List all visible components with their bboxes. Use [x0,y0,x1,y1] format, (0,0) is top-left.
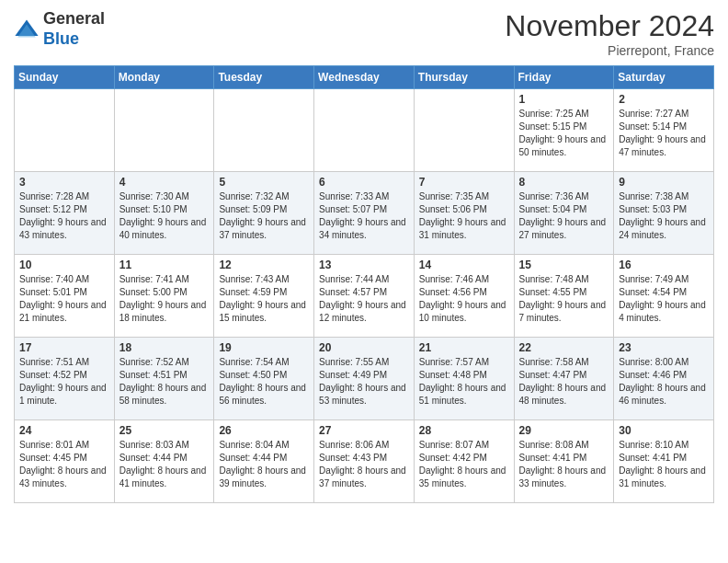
day-info: Sunrise: 8:03 AM Sunset: 4:44 PM Dayligh… [119,439,210,490]
day-number: 23 [619,341,709,354]
calendar-cell: 28Sunrise: 8:07 AM Sunset: 4:42 PM Dayli… [414,420,514,503]
day-number: 15 [519,259,609,271]
col-monday: Monday [114,66,214,89]
title-block: November 2024 Pierrepont, France [505,9,714,58]
col-saturday: Saturday [614,66,714,89]
calendar-cell: 15Sunrise: 7:48 AM Sunset: 4:55 PM Dayli… [514,255,614,338]
day-info: Sunrise: 7:57 AM Sunset: 4:48 PM Dayligh… [419,356,509,408]
day-info: Sunrise: 8:10 AM Sunset: 4:41 PM Dayligh… [619,439,709,490]
calendar-cell: 11Sunrise: 7:41 AM Sunset: 5:00 PM Dayli… [114,255,214,338]
day-info: Sunrise: 8:06 AM Sunset: 4:43 PM Dayligh… [319,439,409,490]
day-info: Sunrise: 7:30 AM Sunset: 5:10 PM Dayligh… [119,190,210,242]
calendar-cell: 29Sunrise: 8:08 AM Sunset: 4:41 PM Dayli… [514,420,614,503]
day-number: 24 [19,424,109,437]
calendar-cell: 10Sunrise: 7:40 AM Sunset: 5:01 PM Dayli… [15,255,115,338]
day-number: 3 [19,176,109,189]
day-info: Sunrise: 7:48 AM Sunset: 4:55 PM Dayligh… [519,273,609,325]
calendar-cell: 16Sunrise: 7:49 AM Sunset: 4:54 PM Dayli… [614,255,714,338]
calendar-cell: 22Sunrise: 7:58 AM Sunset: 4:47 PM Dayli… [514,338,614,420]
calendar-cell: 23Sunrise: 8:00 AM Sunset: 4:46 PM Dayli… [614,338,714,420]
calendar-cell: 14Sunrise: 7:46 AM Sunset: 4:56 PM Dayli… [414,255,514,338]
calendar-cell: 30Sunrise: 8:10 AM Sunset: 4:41 PM Dayli… [614,420,714,503]
day-number: 9 [619,176,709,189]
day-number: 13 [319,259,409,271]
day-info: Sunrise: 7:44 AM Sunset: 4:57 PM Dayligh… [319,273,409,325]
logo-text: General Blue [43,9,105,49]
col-tuesday: Tuesday [214,66,314,89]
day-info: Sunrise: 7:51 AM Sunset: 4:52 PM Dayligh… [19,356,109,408]
calendar-cell [15,89,115,172]
day-number: 19 [219,341,309,354]
calendar-cell: 9Sunrise: 7:38 AM Sunset: 5:03 PM Daylig… [614,172,714,255]
calendar-cell [214,89,314,172]
day-number: 27 [319,424,409,437]
calendar-cell: 26Sunrise: 8:04 AM Sunset: 4:44 PM Dayli… [214,420,314,503]
calendar-cell: 18Sunrise: 7:52 AM Sunset: 4:51 PM Dayli… [114,338,214,420]
day-info: Sunrise: 7:28 AM Sunset: 5:12 PM Dayligh… [19,190,109,242]
day-info: Sunrise: 7:38 AM Sunset: 5:03 PM Dayligh… [619,190,709,242]
col-sunday: Sunday [15,66,115,89]
day-number: 16 [619,259,709,271]
logo-blue-text: Blue [43,29,79,48]
day-number: 7 [419,176,509,189]
calendar-cell: 20Sunrise: 7:55 AM Sunset: 4:49 PM Dayli… [314,338,415,420]
calendar-cell: 13Sunrise: 7:44 AM Sunset: 4:57 PM Dayli… [314,255,415,338]
day-info: Sunrise: 8:08 AM Sunset: 4:41 PM Dayligh… [519,439,609,490]
calendar-cell [414,89,514,172]
calendar-week-row: 3Sunrise: 7:28 AM Sunset: 5:12 PM Daylig… [15,172,714,255]
calendar-cell: 7Sunrise: 7:35 AM Sunset: 5:06 PM Daylig… [414,172,514,255]
calendar-cell: 21Sunrise: 7:57 AM Sunset: 4:48 PM Dayli… [414,338,514,420]
calendar-cell: 5Sunrise: 7:32 AM Sunset: 5:09 PM Daylig… [214,172,314,255]
day-number: 12 [219,259,309,271]
calendar-cell: 25Sunrise: 8:03 AM Sunset: 4:44 PM Dayli… [114,420,214,503]
col-friday: Friday [514,66,614,89]
day-number: 6 [319,176,409,189]
day-number: 25 [119,424,210,437]
day-info: Sunrise: 7:46 AM Sunset: 4:56 PM Dayligh… [419,273,509,325]
calendar-header: Sunday Monday Tuesday Wednesday Thursday… [15,66,714,89]
calendar-cell [114,89,214,172]
day-info: Sunrise: 8:00 AM Sunset: 4:46 PM Dayligh… [619,356,709,408]
header-row: Sunday Monday Tuesday Wednesday Thursday… [15,66,714,89]
day-number: 14 [419,259,509,271]
calendar-week-row: 24Sunrise: 8:01 AM Sunset: 4:45 PM Dayli… [15,420,714,503]
day-number: 1 [519,93,609,106]
day-number: 2 [619,93,709,106]
day-number: 28 [419,424,509,437]
calendar-cell: 24Sunrise: 8:01 AM Sunset: 4:45 PM Dayli… [15,420,115,503]
header: General Blue November 2024 Pierrepont, F… [14,9,714,58]
calendar-cell: 6Sunrise: 7:33 AM Sunset: 5:07 PM Daylig… [314,172,415,255]
logo-general-text: General [43,9,105,28]
day-info: Sunrise: 7:49 AM Sunset: 4:54 PM Dayligh… [619,273,709,325]
day-number: 4 [119,176,210,189]
day-number: 21 [419,341,509,354]
calendar-cell: 27Sunrise: 8:06 AM Sunset: 4:43 PM Dayli… [314,420,415,503]
day-info: Sunrise: 7:58 AM Sunset: 4:47 PM Dayligh… [519,356,609,408]
calendar-cell [314,89,415,172]
day-number: 22 [519,341,609,354]
logo: General Blue [14,9,105,49]
calendar-cell: 2Sunrise: 7:27 AM Sunset: 5:14 PM Daylig… [614,89,714,172]
calendar-week-row: 10Sunrise: 7:40 AM Sunset: 5:01 PM Dayli… [15,255,714,338]
calendar-cell: 12Sunrise: 7:43 AM Sunset: 4:59 PM Dayli… [214,255,314,338]
day-info: Sunrise: 7:55 AM Sunset: 4:49 PM Dayligh… [319,356,409,408]
calendar-table: Sunday Monday Tuesday Wednesday Thursday… [14,65,714,503]
location: Pierrepont, France [505,43,714,58]
calendar-week-row: 1Sunrise: 7:25 AM Sunset: 5:15 PM Daylig… [15,89,714,172]
calendar-body: 1Sunrise: 7:25 AM Sunset: 5:15 PM Daylig… [15,89,714,503]
day-number: 5 [219,176,309,189]
day-number: 20 [319,341,409,354]
day-info: Sunrise: 7:27 AM Sunset: 5:14 PM Dayligh… [619,108,709,159]
day-info: Sunrise: 7:32 AM Sunset: 5:09 PM Dayligh… [219,190,309,242]
calendar-cell: 8Sunrise: 7:36 AM Sunset: 5:04 PM Daylig… [514,172,614,255]
day-info: Sunrise: 7:35 AM Sunset: 5:06 PM Dayligh… [419,190,509,242]
calendar-week-row: 17Sunrise: 7:51 AM Sunset: 4:52 PM Dayli… [15,338,714,420]
day-info: Sunrise: 7:52 AM Sunset: 4:51 PM Dayligh… [119,356,210,408]
day-info: Sunrise: 7:43 AM Sunset: 4:59 PM Dayligh… [219,273,309,325]
col-wednesday: Wednesday [314,66,415,89]
page-container: General Blue November 2024 Pierrepont, F… [0,0,728,512]
day-info: Sunrise: 7:36 AM Sunset: 5:04 PM Dayligh… [519,190,609,242]
day-info: Sunrise: 7:25 AM Sunset: 5:15 PM Dayligh… [519,108,609,159]
day-info: Sunrise: 7:33 AM Sunset: 5:07 PM Dayligh… [319,190,409,242]
day-number: 11 [119,259,210,271]
